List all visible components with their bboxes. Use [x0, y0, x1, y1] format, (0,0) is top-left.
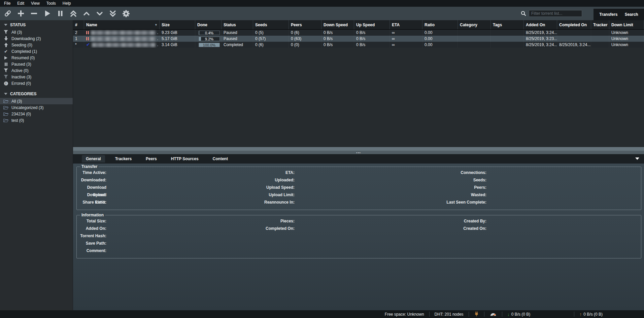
field-label: Save Path:	[77, 240, 106, 247]
tab-transfers[interactable]: Transfers	[598, 11, 619, 17]
top-tab-bar: Transfers Search	[594, 9, 644, 20]
progress-bar: 100.0%	[199, 43, 220, 47]
tab-content[interactable]: Content	[209, 155, 232, 163]
column-header-name[interactable]: Name▼	[84, 20, 160, 29]
sidebar-item-seeding[interactable]: Seeding (0)	[0, 42, 73, 48]
tab-search[interactable]: Search	[623, 11, 640, 17]
sort-desc-icon: ▼	[155, 20, 158, 29]
upload-arrow-icon: ↑	[579, 312, 582, 317]
menu-bar: File Edit View Tools Help	[0, 0, 644, 7]
sidebar-item-errored[interactable]: !Errored (0)	[0, 80, 73, 86]
pause-button[interactable]	[56, 9, 65, 18]
column-header-status[interactable]: Status	[222, 20, 253, 29]
move-down-button[interactable]	[95, 9, 104, 18]
resume-button[interactable]	[43, 9, 52, 18]
sidebar-item-downloading[interactable]: Downloading (2)	[0, 35, 73, 42]
table-row[interactable]: 1 . 5.17 GiB 9.2% Paused 0 (57) 0 (63) 0…	[73, 36, 644, 42]
field-label: Torrent Hash:	[77, 232, 106, 240]
tab-general[interactable]: General	[82, 155, 105, 163]
field-label: Time Active:	[77, 169, 106, 176]
paused-state-icon	[86, 31, 89, 34]
link-icon	[4, 9, 12, 17]
global-download-speed[interactable]: ↓0 B/s (0 B)	[507, 312, 531, 317]
search-icon	[521, 11, 526, 16]
column-header-category[interactable]: Category	[458, 20, 491, 29]
column-header-size[interactable]: Size	[160, 20, 195, 29]
menu-help[interactable]: Help	[61, 0, 76, 6]
panel-collapse-caret-icon[interactable]	[635, 157, 639, 160]
menu-view[interactable]: View	[30, 0, 44, 6]
sidebar-item-paused[interactable]: Paused (3)	[0, 61, 73, 67]
categories-header[interactable]: CATEGORIES	[0, 89, 73, 98]
options-button[interactable]	[122, 9, 130, 18]
add-link-button[interactable]	[3, 9, 12, 18]
column-header-up-speed[interactable]: Up Speed	[354, 20, 390, 29]
menu-file[interactable]: File	[3, 0, 15, 6]
table-row[interactable]: * ✔. 3.14 GiB 100.0% Completed 0 (6) 0 (…	[73, 42, 644, 48]
column-header-num[interactable]: #	[73, 20, 84, 29]
torrent-table: # Name▼ Size Done Status Seeds Peers Dow…	[73, 20, 644, 147]
field-label: Added On:	[77, 225, 106, 232]
panel-splitter-handle[interactable]: ...	[73, 151, 644, 154]
dht-nodes-label: DHT: 201 nodes	[435, 312, 464, 317]
double-chevron-down-icon	[109, 9, 117, 17]
censored-torrent-name	[91, 37, 156, 41]
move-bottom-button[interactable]	[108, 9, 117, 18]
category-234234[interactable]: 234234 (0)	[0, 111, 73, 117]
field-label: Created By:	[416, 217, 486, 225]
status-header[interactable]: STATUS	[0, 20, 73, 29]
column-header-down-limit[interactable]: Down Limit	[609, 20, 644, 29]
folder-icon	[3, 106, 8, 110]
move-top-button[interactable]	[69, 9, 78, 18]
sidebar-item-all[interactable]: All (3)	[0, 29, 73, 35]
qbittorrent-webui: File Edit View Tools Help Transfers Sear…	[0, 0, 644, 318]
upload-arrow-icon	[3, 43, 8, 47]
column-header-eta[interactable]: ETA	[390, 20, 422, 29]
category-all[interactable]: All (3)	[0, 98, 73, 104]
column-header-peers[interactable]: Peers	[289, 20, 321, 29]
column-header-done[interactable]: Done	[195, 20, 222, 29]
filter-torrent-input[interactable]	[529, 10, 582, 17]
column-header-seeds[interactable]: Seeds	[253, 20, 289, 29]
column-header-tracker[interactable]: Tracker	[591, 20, 609, 29]
add-torrent-button[interactable]	[16, 9, 25, 18]
tab-peers[interactable]: Peers	[142, 155, 161, 163]
tab-http-sources[interactable]: HTTP Sources	[167, 155, 203, 163]
category-test[interactable]: test (0)	[0, 117, 73, 123]
column-header-ratio[interactable]: Ratio	[422, 20, 458, 29]
folder-icon	[3, 112, 8, 116]
folder-icon	[3, 118, 8, 122]
sidebar: STATUS All (3) Downloading (2) Seeding (…	[0, 20, 73, 310]
column-header-tags[interactable]: Tags	[491, 20, 524, 29]
gear-icon	[122, 9, 130, 18]
category-uncategorized[interactable]: Uncategorized (3)	[0, 104, 73, 111]
censored-torrent-name	[91, 31, 156, 35]
menu-tools[interactable]: Tools	[45, 0, 61, 6]
column-header-down-speed[interactable]: Down Speed	[321, 20, 354, 29]
collapse-triangle-icon	[4, 93, 7, 95]
play-icon	[3, 56, 8, 60]
folder-icon	[3, 99, 8, 103]
tab-trackers[interactable]: Trackers	[111, 155, 136, 163]
field-label: Last Seen Complete:	[416, 199, 486, 206]
move-up-button[interactable]	[82, 9, 91, 18]
table-row[interactable]: 2 . 9.23 GiB 0.4% Paused 0 (5) 0 (6) 0 B…	[73, 30, 644, 36]
global-upload-speed[interactable]: ↑0 B/s (0 B)	[579, 312, 603, 317]
sidebar-item-active[interactable]: Active (0)	[0, 67, 73, 74]
field-label: Seeds:	[416, 176, 486, 184]
sidebar-item-resumed[interactable]: Resumed (0)	[0, 55, 73, 61]
field-label: Completed On:	[224, 225, 295, 232]
delete-torrent-button[interactable]	[30, 9, 38, 18]
column-header-completed-on[interactable]: Completed On	[557, 20, 591, 29]
download-arrow-icon	[3, 36, 8, 41]
sidebar-item-completed[interactable]: ✔Completed (1)	[0, 48, 73, 55]
field-label: Pieces:	[224, 217, 295, 225]
sidebar-item-inactive[interactable]: Inactive (3)	[0, 74, 73, 80]
column-header-added-on[interactable]: Added On	[524, 20, 557, 29]
double-chevron-up-icon	[69, 9, 77, 17]
menu-edit[interactable]: Edit	[16, 0, 29, 6]
filter-icon	[3, 30, 8, 34]
completed-state-icon: ✔	[86, 42, 90, 48]
filter-icon	[3, 68, 8, 73]
alt-speed-limits-gauge-icon[interactable]	[489, 312, 497, 317]
